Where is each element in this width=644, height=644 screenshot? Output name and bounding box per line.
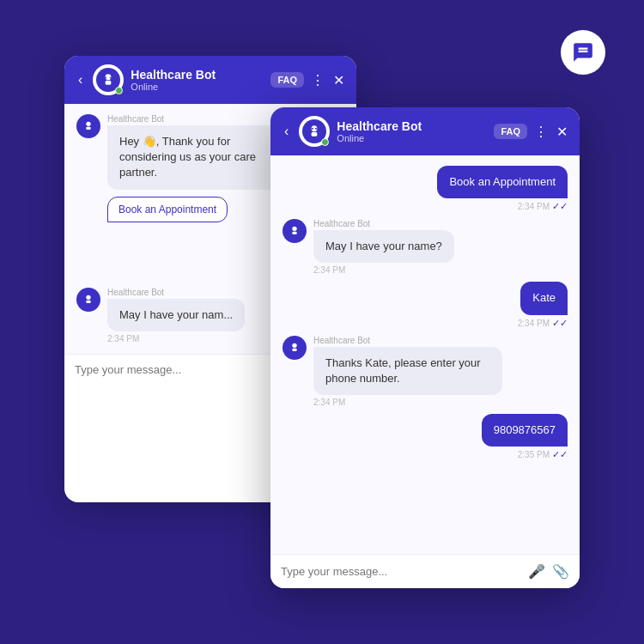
check-icon-3: ✓✓ bbox=[552, 318, 568, 329]
back-appointment-btn[interactable]: Book an Appointment bbox=[107, 197, 228, 222]
svg-point-3 bbox=[110, 77, 112, 79]
front-header: ‹ Healthcare Bot Online FAQ ⋮ bbox=[270, 107, 580, 155]
front-ts-3: 2:34 PM ✓✓ bbox=[518, 318, 568, 329]
front-msg-3: Kate 2:34 PM ✓✓ bbox=[283, 282, 568, 328]
scene: ‹ Healthcare Bot Online FAQ ⋮ bbox=[64, 56, 580, 588]
faq-badge-front[interactable]: FAQ bbox=[494, 124, 527, 139]
svg-point-11 bbox=[315, 128, 317, 130]
front-user-bubble-1: Book an Appointment bbox=[437, 166, 568, 198]
svg-point-14 bbox=[292, 343, 296, 347]
svg-rect-7 bbox=[86, 300, 90, 302]
front-bot-name: Healthcare Bot bbox=[337, 119, 487, 133]
back-msg-2-wrapper: Healthcare Bot May I have your nam... 2:… bbox=[107, 288, 245, 343]
front-ts-5: 2:35 PM ✓✓ bbox=[518, 449, 568, 460]
front-bubble-2: May I have your name? bbox=[313, 230, 454, 263]
svg-point-4 bbox=[86, 122, 90, 126]
back-sender-2: Healthcare Bot bbox=[107, 288, 245, 297]
check-icon-5: ✓✓ bbox=[552, 449, 568, 460]
back-bot-status: Online bbox=[131, 82, 264, 92]
svg-point-0 bbox=[106, 74, 112, 80]
front-ts-2: 2:34 PM bbox=[313, 265, 454, 275]
svg-point-2 bbox=[106, 77, 107, 79]
chat-float-icon[interactable] bbox=[561, 30, 605, 75]
back-bubble-2: May I have your nam... bbox=[107, 299, 245, 331]
back-bot-name: Healthcare Bot bbox=[131, 68, 264, 82]
front-back-button[interactable]: ‹ bbox=[281, 122, 292, 141]
faq-badge-back[interactable]: FAQ bbox=[270, 72, 304, 88]
bot-avatar-back bbox=[93, 64, 124, 95]
front-bubble-4: Thanks Kate, please enter your phone num… bbox=[313, 347, 502, 395]
more-icon-front[interactable]: ⋮ bbox=[532, 122, 550, 142]
svg-rect-9 bbox=[312, 132, 318, 137]
front-msg-5: 9809876567 2:35 PM ✓✓ bbox=[283, 414, 568, 460]
back-header: ‹ Healthcare Bot Online FAQ ⋮ bbox=[64, 56, 356, 104]
online-dot-front bbox=[321, 138, 329, 146]
attach-icon[interactable]: 📎 bbox=[552, 563, 569, 580]
front-ts-4: 2:34 PM bbox=[313, 398, 502, 407]
back-msg-1-wrapper: Healthcare Bot Hey 👋, Thank you for cons… bbox=[107, 114, 296, 190]
svg-rect-13 bbox=[292, 232, 296, 234]
bot-mini-avatar-1 bbox=[76, 114, 100, 138]
front-user-bubble-5: 9809876567 bbox=[482, 414, 568, 447]
check-icon-1: ✓✓ bbox=[552, 201, 568, 212]
front-msg-2: Healthcare Bot May I have your name? 2:3… bbox=[283, 219, 568, 275]
front-msg-4: Healthcare Bot Thanks Kate, please enter… bbox=[283, 336, 568, 407]
front-header-info: Healthcare Bot Online bbox=[337, 119, 487, 143]
front-ts-1: 2:34 PM ✓✓ bbox=[518, 201, 568, 212]
back-button[interactable]: ‹ bbox=[75, 70, 86, 89]
bot-mini-avatar-2 bbox=[76, 288, 100, 312]
front-header-actions: FAQ ⋮ ✕ bbox=[494, 122, 569, 142]
microphone-icon[interactable]: 🎤 bbox=[528, 563, 545, 580]
front-bot-status: Online bbox=[337, 133, 487, 143]
chat-window-front: ‹ Healthcare Bot Online FAQ ⋮ bbox=[270, 107, 580, 588]
back-sender-1: Healthcare Bot bbox=[107, 114, 296, 124]
svg-point-6 bbox=[86, 295, 90, 299]
back-bubble-1: Hey 👋, Thank you for considering us as y… bbox=[107, 125, 296, 190]
svg-rect-5 bbox=[86, 127, 90, 130]
svg-rect-15 bbox=[292, 348, 296, 350]
front-bot-avatar-2 bbox=[283, 336, 307, 360]
front-input-area: 🎤 📎 bbox=[270, 554, 580, 588]
front-msg-4-wrapper: Healthcare Bot Thanks Kate, please enter… bbox=[313, 336, 502, 407]
front-bot-avatar-1 bbox=[283, 219, 307, 243]
bot-avatar-front bbox=[299, 116, 330, 147]
close-icon-back[interactable]: ✕ bbox=[331, 70, 346, 90]
front-user-bubble-3: Kate bbox=[520, 282, 568, 314]
svg-rect-1 bbox=[106, 81, 112, 85]
back-header-actions: FAQ ⋮ ✕ bbox=[270, 70, 346, 90]
front-msg-2-wrapper: Healthcare Bot May I have your name? 2:3… bbox=[313, 219, 454, 275]
front-msg-1: Book an Appointment 2:34 PM ✓✓ bbox=[283, 166, 568, 212]
svg-point-12 bbox=[292, 227, 296, 231]
back-header-info: Healthcare Bot Online bbox=[131, 68, 264, 92]
back-ts-2: 2:34 PM bbox=[107, 334, 245, 343]
svg-point-10 bbox=[312, 128, 313, 130]
front-sender-4: Healthcare Bot bbox=[313, 336, 502, 345]
online-dot-back bbox=[115, 87, 123, 94]
front-messages-area: Book an Appointment 2:34 PM ✓✓ Healthcar… bbox=[270, 155, 580, 554]
close-icon-front[interactable]: ✕ bbox=[555, 122, 569, 142]
front-message-input[interactable] bbox=[281, 565, 521, 578]
more-icon-back[interactable]: ⋮ bbox=[309, 70, 326, 90]
front-sender-2: Healthcare Bot bbox=[313, 219, 454, 228]
